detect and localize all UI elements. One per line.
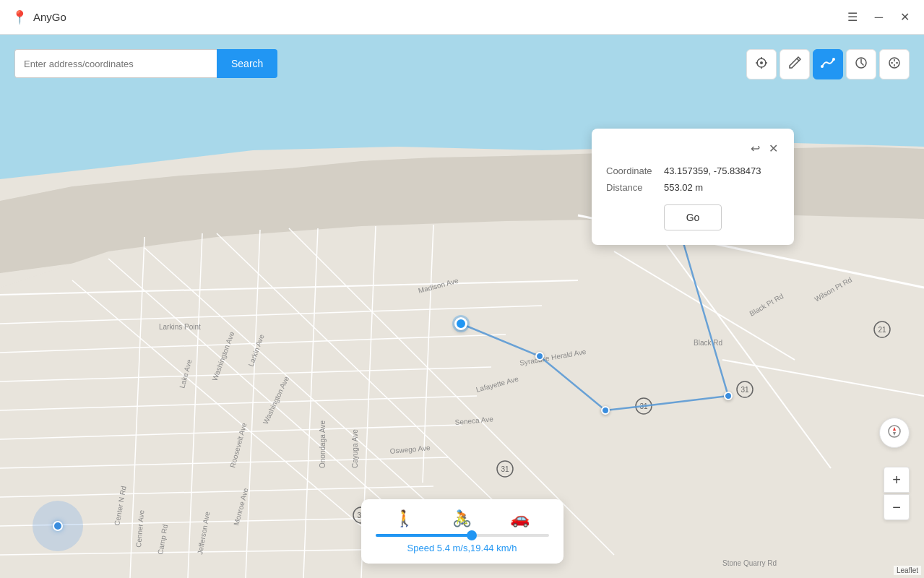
speed-slider-thumb xyxy=(467,530,477,540)
speed-value-colored: 5.4 m/s,19.44 km/h xyxy=(437,543,517,553)
bike-icon[interactable]: 🚴 xyxy=(452,509,472,528)
zoom-controls: + − xyxy=(884,467,910,520)
map-container[interactable]: Madison Ave Lafayette Ave Syracuse Heral… xyxy=(0,35,924,578)
route-button[interactable] xyxy=(813,49,843,79)
minimize-button[interactable]: ─ xyxy=(872,9,886,25)
location-indicator xyxy=(33,501,83,551)
svg-text:Stone Quarry Rd: Stone Quarry Rd xyxy=(722,559,777,567)
toolbar xyxy=(746,49,910,79)
speed-panel: 🚶 🚴 🚗 Speed 5.4 m/s,19.44 km/h xyxy=(361,499,564,564)
distance-row: Distance 553.02 m xyxy=(606,182,780,193)
crosshair-button[interactable] xyxy=(746,49,777,79)
svg-text:Larkins Point: Larkins Point xyxy=(159,323,201,331)
pen-button[interactable] xyxy=(780,49,810,79)
speed-display: Speed 5.4 m/s,19.44 km/h xyxy=(376,543,549,553)
map-attribution: Leaflet xyxy=(894,566,921,575)
speed-slider-fill xyxy=(376,534,471,537)
app-icon: 📍 xyxy=(12,9,27,25)
distance-label: Distance xyxy=(606,182,664,193)
search-button[interactable]: Search xyxy=(217,49,277,78)
svg-text:21: 21 xyxy=(878,326,886,334)
svg-point-69 xyxy=(821,65,824,68)
route-dot-4 xyxy=(724,392,733,400)
title-bar: 📍 AnyGo ☰ ─ ✕ xyxy=(0,0,924,35)
main-route-dot xyxy=(454,317,467,330)
transport-selector: 🚶 🚴 🚗 xyxy=(376,509,549,528)
go-button[interactable]: Go xyxy=(664,204,722,230)
history-icon xyxy=(854,56,868,74)
svg-point-68 xyxy=(760,61,763,64)
zoom-in-button[interactable]: + xyxy=(884,467,910,493)
undo-button[interactable]: ↩ xyxy=(749,140,761,157)
info-popup: ↩ ✕ Coordinate 43.157359, -75.838473 Dis… xyxy=(592,129,794,245)
svg-text:Onondaga Ave: Onondaga Ave xyxy=(319,420,327,468)
zoom-out-button[interactable]: − xyxy=(884,494,910,520)
app-title: AnyGo xyxy=(33,11,66,23)
menu-button[interactable]: ☰ xyxy=(845,9,860,25)
coordinate-label: Coordinate xyxy=(606,165,664,176)
search-input[interactable] xyxy=(14,49,217,78)
route-dot-2 xyxy=(535,352,544,361)
svg-point-70 xyxy=(832,58,835,61)
coordinate-row: Coordinate 43.157359, -75.838473 xyxy=(606,165,780,176)
popup-header: ↩ ✕ xyxy=(606,140,780,157)
svg-text:Cayuga Ave: Cayuga Ave xyxy=(351,429,359,468)
window-controls: ☰ ─ ✕ xyxy=(845,9,912,25)
crosshair-icon xyxy=(754,56,769,74)
route-icon xyxy=(820,55,836,74)
history-button[interactable] xyxy=(846,49,876,79)
speed-slider[interactable] xyxy=(376,534,549,537)
compass-icon xyxy=(886,423,902,443)
distance-value: 553.02 m xyxy=(664,182,703,193)
walk-icon[interactable]: 🚶 xyxy=(394,509,414,528)
svg-text:31: 31 xyxy=(639,402,648,410)
speed-label: Speed xyxy=(407,543,435,553)
close-button[interactable]: ✕ xyxy=(897,9,912,25)
popup-close-button[interactable]: ✕ xyxy=(767,140,780,157)
settings-button[interactable] xyxy=(879,49,910,79)
search-bar: Search xyxy=(14,49,277,78)
coordinate-value: 43.157359, -75.838473 xyxy=(664,165,761,176)
car-icon[interactable]: 🚗 xyxy=(510,509,530,528)
map-background: Madison Ave Lafayette Ave Syracuse Heral… xyxy=(0,35,924,578)
pen-icon xyxy=(787,56,802,74)
joystick-icon xyxy=(887,56,902,74)
svg-text:Black Rd: Black Rd xyxy=(694,339,722,347)
route-dot-3 xyxy=(601,406,610,415)
compass-button[interactable] xyxy=(879,418,910,448)
svg-text:31: 31 xyxy=(741,386,749,394)
svg-text:31: 31 xyxy=(501,465,509,473)
